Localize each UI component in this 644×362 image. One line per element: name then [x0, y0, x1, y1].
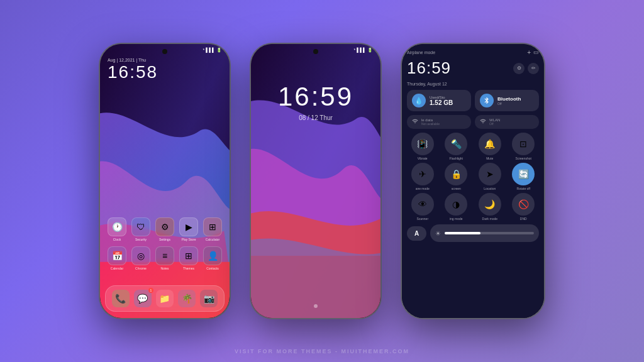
app-security[interactable]: 🛡 Security — [131, 217, 150, 241]
lock-clock-area: 16:59 08 / 12 Thur — [251, 82, 380, 121]
cc-rotate-btn[interactable]: 🔄 Rotate off — [508, 163, 540, 190]
cc-toggle-row: le data Not available WLAN — [407, 115, 539, 129]
lock-date: 08 / 12 Thur — [251, 114, 380, 121]
cc-brightness-control[interactable]: ☀ — [430, 224, 539, 242]
cc-brightness-icon: ☀ — [435, 230, 441, 237]
camera-hole-2 — [313, 49, 318, 54]
dock-phone[interactable]: 📞 — [112, 290, 130, 307]
cc-settings-icon[interactable]: ⚙ — [513, 63, 525, 74]
cc-storage-icon: 💧 — [412, 94, 426, 107]
cc-brightness-fill — [445, 232, 480, 234]
app-themes[interactable]: ⊞ Themes — [179, 246, 198, 270]
dock-beach[interactable]: 🌴 — [178, 290, 196, 307]
phones-container: * ▌▌▌ 🔋 Aug | 12,2021 | Thu 16:58 🕐 Cloc… — [0, 0, 644, 362]
control-center: Airplane mode + ▭ 16:59 ⚙ ✏ Thursday, Au… — [402, 44, 544, 318]
app-clock[interactable]: 🕐 Clock — [108, 217, 126, 241]
app-playstore[interactable]: ▶ Play Store — [179, 217, 198, 241]
phone-3: Airplane mode + ▭ 16:59 ⚙ ✏ Thursday, Au… — [401, 43, 545, 319]
app-chrome[interactable]: ◎ Chrome — [131, 246, 150, 270]
cc-airplane-btn[interactable]: ✈ ane mode — [407, 163, 438, 190]
cc-airplane-label: Airplane mode — [407, 50, 435, 55]
cc-location-icon: ➤ — [479, 163, 501, 185]
cc-header-icons: + ▭ — [527, 49, 539, 56]
lock-indicator-dot — [314, 304, 318, 308]
cc-rotate-icon: 🔄 — [512, 163, 535, 185]
cc-dnd-btn[interactable]: 🚫 DND — [508, 193, 540, 221]
phone-2-screen: . * ▌▌▌ 🔋 16:59 08 / 12 Thur — [251, 44, 380, 318]
phone-3-screen: Airplane mode + ▭ 16:59 ⚙ ✏ Thursday, Au… — [402, 44, 544, 318]
cc-flashlight-icon: 🔦 — [445, 133, 467, 155]
cc-buttons-row2: ✈ ane mode 🔒 screen ➤ Location 🔄 Rotate … — [407, 163, 539, 190]
phone-1: * ▌▌▌ 🔋 Aug | 12,2021 | Thu 16:58 🕐 Cloc… — [99, 43, 231, 319]
cc-darkmode-icon: 🌙 — [479, 193, 501, 216]
cc-screen-btn[interactable]: 🔒 screen — [441, 163, 472, 190]
cc-scanner-btn[interactable]: 👁 Scanner — [407, 193, 438, 221]
app-calculator[interactable]: ⊞ Calculator — [203, 217, 222, 241]
cc-screenshot-icon: ⊡ — [512, 133, 535, 155]
cc-widgets: 💧 Used/Sto 1.52 GB — [407, 90, 539, 111]
cc-header: Airplane mode + ▭ — [407, 49, 539, 56]
cc-brightness-track — [445, 232, 534, 234]
camera-hole-1 — [162, 49, 167, 54]
home-date-area: Aug | 12,2021 | Thu 16:58 — [108, 58, 158, 82]
cc-screenshot-btn[interactable]: ⊡ Screenshot — [508, 133, 540, 160]
app-grid: 🕐 Clock 🛡 Security ⚙ Settings ▶ Play Sto… — [100, 212, 230, 280]
status-icons-1: * ▌▌▌ 🔋 — [203, 48, 223, 53]
messages-badge: 1 — [148, 288, 153, 293]
cc-storage-info: Used/Sto 1.52 GB — [430, 96, 466, 106]
cc-wlan-toggle[interactable]: WLAN Off — [475, 115, 539, 129]
cc-scanner-icon: 👁 — [411, 193, 434, 216]
cc-time: 16:59 — [407, 58, 451, 78]
watermark: VISIT FOR MORE THEMES - MIUITHEMER.COM — [0, 348, 644, 354]
cc-dnd-icon: 🚫 — [512, 193, 535, 216]
cc-reading-icon: ◑ — [445, 193, 467, 216]
dock-1: 📞 💬 1 📁 🌴 📷 — [105, 285, 225, 312]
cc-storage-widget[interactable]: 💧 Used/Sto 1.52 GB — [407, 90, 471, 111]
dock-messages[interactable]: 💬 1 — [134, 290, 152, 307]
cc-airplane-icon: ✈ — [411, 163, 434, 185]
cc-mobile-data-info: le data Not available — [421, 118, 440, 126]
app-row-1: 🕐 Clock 🛡 Security ⚙ Settings ▶ Play Sto… — [105, 217, 225, 241]
cc-plus-icon[interactable]: + — [527, 49, 531, 56]
cc-flashlight-btn[interactable]: 🔦 Flashlight — [441, 133, 472, 160]
dock-files[interactable]: 📁 — [156, 290, 174, 307]
cc-bottom-a-btn[interactable]: A — [407, 226, 426, 241]
cc-bluetooth-icon — [480, 94, 494, 107]
cc-buttons-row3: 👁 Scanner ◑ ing mode 🌙 Dark mode 🚫 DND — [407, 193, 539, 221]
cc-battery-icon: ▭ — [533, 49, 539, 56]
cc-darkmode-btn[interactable]: 🌙 Dark mode — [474, 193, 506, 221]
cc-bluetooth-status: Off — [497, 102, 534, 106]
cc-reading-btn[interactable]: ◑ ing mode — [441, 193, 472, 221]
home-clock: 16:58 — [108, 62, 158, 82]
cc-mobile-data-icon — [412, 118, 418, 126]
cc-buttons-row1: 📳 Vibrate 🔦 Flashlight 🔔 Mute ⊡ Screensh… — [407, 133, 539, 160]
cc-vibrate-btn[interactable]: 📳 Vibrate — [407, 133, 438, 160]
app-contacts[interactable]: 👤 Contacts — [203, 246, 222, 270]
cc-wlan-icon — [480, 118, 486, 126]
cc-mute-btn[interactable]: 🔔 Mute — [474, 133, 506, 160]
dock-camera[interactable]: 📷 — [200, 290, 218, 307]
cc-mute-icon: 🔔 — [479, 133, 501, 155]
cc-vibrate-icon: 📳 — [411, 133, 434, 155]
cc-bluetooth-info: Bluetooth Off — [497, 96, 534, 106]
status-icons-2: * ▌▌▌ 🔋 — [354, 48, 374, 53]
cc-wlan-info: WLAN Off — [489, 118, 500, 126]
cc-bluetooth-widget[interactable]: Bluetooth Off — [475, 90, 539, 111]
phone-1-screen: * ▌▌▌ 🔋 Aug | 12,2021 | Thu 16:58 🕐 Cloc… — [100, 44, 230, 318]
cc-bluetooth-title: Bluetooth — [497, 96, 534, 102]
cc-bottom-bar: A ☀ — [407, 224, 539, 242]
lock-time: 16:59 — [251, 82, 380, 112]
cc-time-row: 16:59 ⚙ ✏ — [407, 58, 539, 78]
app-row-2: 📅 Calendar ◎ Chrome ≡ Notes ⊞ Themes — [105, 246, 225, 270]
cc-location-btn[interactable]: ➤ Location — [474, 163, 506, 190]
cc-mobile-data-toggle[interactable]: le data Not available — [407, 115, 471, 129]
cc-storage-value: 1.52 GB — [430, 99, 466, 106]
phone-2: . * ▌▌▌ 🔋 16:59 08 / 12 Thur — [250, 43, 382, 319]
cc-date: Thursday, August 12 — [407, 82, 539, 86]
app-settings[interactable]: ⚙ Settings — [155, 217, 174, 241]
app-notes[interactable]: ≡ Notes — [155, 246, 174, 270]
app-calendar[interactable]: 📅 Calendar — [108, 246, 126, 270]
cc-edit-icon[interactable]: ✏ — [528, 63, 539, 74]
home-date-text: Aug | 12,2021 | Thu — [108, 58, 158, 62]
cc-screen-icon: 🔒 — [445, 163, 467, 185]
